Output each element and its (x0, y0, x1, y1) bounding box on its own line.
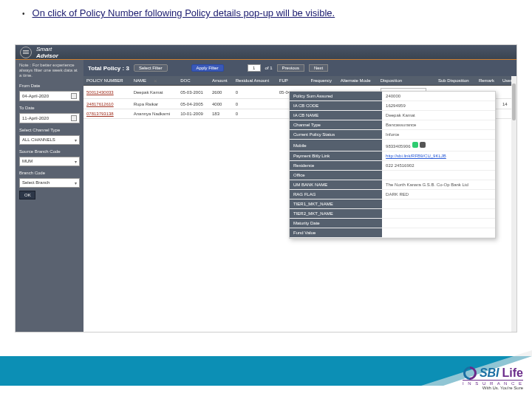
policy-number-link[interactable]: 07813793138 (86, 112, 114, 116)
calendar-icon[interactable] (71, 115, 77, 121)
copy-icon[interactable] (412, 142, 418, 148)
to-date-field[interactable]: 11-April-2020 (19, 113, 80, 123)
policy-number-link[interactable]: 50012430033 (86, 90, 114, 95)
calendar-icon[interactable] (71, 93, 77, 99)
instruction-text: On click of Policy Number following Poli… (33, 7, 335, 18)
page-input[interactable]: 1 (248, 64, 261, 72)
select-filter-button[interactable]: Select Filter (134, 64, 168, 72)
chat-icon[interactable] (420, 142, 426, 148)
page-of-text: of 1 (265, 66, 273, 70)
app-brand: SmartAdvisor (36, 46, 58, 59)
policy-details-popup: Policy Sum Assured240000 IA CB CODE16294… (289, 91, 496, 239)
scrollbar-thumb[interactable] (512, 83, 516, 120)
sidebar-note: Note : For better experience always filt… (19, 63, 80, 79)
bitly-link[interactable]: http://sbi.link/RFB9/CU_9KLJB (386, 154, 446, 158)
bullet-dot: • (22, 10, 25, 18)
col-disp[interactable]: Disposition (378, 76, 435, 86)
chevron-down-icon: ▾ (75, 159, 77, 164)
col-doc[interactable]: DOC (177, 76, 209, 86)
hamburger-icon[interactable] (20, 47, 32, 58)
channel-label: Select Channel Type (19, 128, 80, 132)
filter-sidebar: Note : For better experience always filt… (16, 60, 83, 332)
source-branch-label: Source Branch Code (19, 149, 80, 154)
slide-footer: SBI Life I N S U R A N C E With Us. You'… (0, 347, 532, 399)
channel-select[interactable]: ALL CHANNELS▾ (19, 135, 80, 145)
total-policy-title: Total Policy : 3 (88, 65, 129, 72)
policy-number-link[interactable]: 24817612610 (86, 102, 114, 106)
next-button[interactable]: Next (309, 64, 328, 72)
col-freq[interactable]: Frequency (308, 76, 338, 86)
chevron-down-icon: ▾ (75, 137, 77, 143)
close-icon[interactable]: × (154, 78, 157, 84)
col-alt[interactable]: Alternate Mode (338, 76, 378, 86)
col-policy[interactable]: POLICY NUMBER (83, 76, 131, 86)
top-bar: SmartAdvisor (16, 45, 516, 60)
branch-code-label: Branch Code (19, 171, 80, 175)
popup-key: Policy Sum Assured (290, 92, 382, 101)
vertical-scrollbar[interactable] (511, 76, 516, 332)
col-residual[interactable]: Residual Amount (233, 76, 276, 86)
popup-val: 240000 (382, 92, 495, 101)
main-header: Total Policy : 3 Select Filter Apply Fil… (83, 60, 516, 76)
col-amount[interactable]: Amount (209, 76, 233, 86)
apply-filter-button[interactable]: Apply Filter (191, 64, 224, 72)
sbi-life-logo: SBI Life I N S U R A N C E With Us. You'… (463, 366, 523, 390)
col-sub[interactable]: Sub Disposition (435, 76, 476, 86)
col-rem[interactable]: Remark (476, 76, 499, 86)
prev-button[interactable]: Previous (277, 64, 304, 72)
source-branch-select[interactable]: MUM▾ (19, 157, 80, 166)
instruction-bullet: • On click of Policy Number following Po… (0, 0, 532, 18)
col-fup[interactable]: FUP (276, 76, 308, 86)
app-screenshot: SmartAdvisor Note : For better experienc… (15, 44, 517, 332)
ok-button[interactable]: OK (19, 191, 35, 200)
branch-code-select[interactable]: Select Branch▾ (19, 178, 80, 188)
from-date-label: From Date (19, 83, 80, 88)
main-panel: × Total Policy : 3 Select Filter Apply F… (83, 60, 516, 332)
from-date-field[interactable]: 04-April-2020 (19, 91, 80, 101)
to-date-label: To Date (19, 106, 80, 110)
chevron-down-icon: ▾ (75, 180, 77, 185)
